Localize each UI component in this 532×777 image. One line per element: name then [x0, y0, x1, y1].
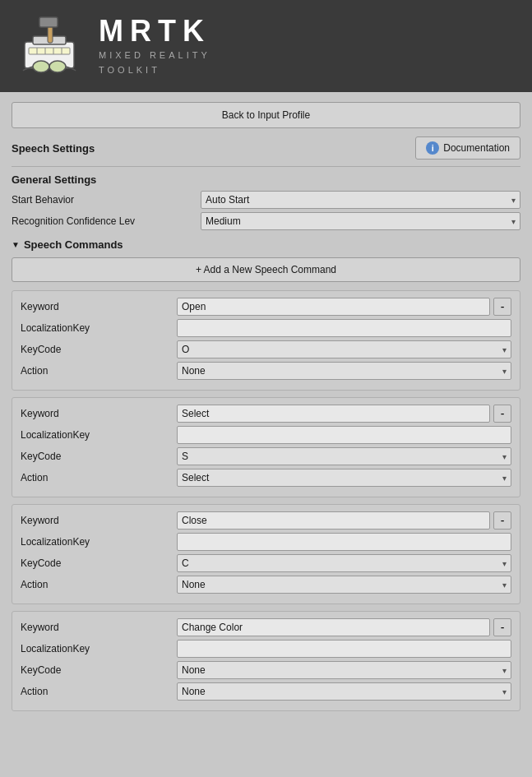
keycode-select-1[interactable]: None O A B C S: [177, 340, 511, 358]
keycode-label-3: KeyCode: [21, 557, 177, 569]
svg-rect-12: [49, 64, 50, 69]
keycode-row-3: KeyCode None O A B C S: [21, 554, 511, 572]
keyword-row-2: Keyword -: [21, 405, 511, 423]
keyword-label-3: Keyword: [21, 515, 177, 526]
localization-key-input-3[interactable]: [177, 533, 511, 551]
recognition-confidence-select[interactable]: Low Medium High: [201, 212, 520, 230]
svg-point-10: [49, 61, 66, 72]
localization-key-label-1: LocalizationKey: [21, 322, 177, 334]
action-label-2: Action: [21, 472, 177, 483]
action-label-4: Action: [21, 686, 177, 697]
action-select-wrapper-1: None Select Menu Grip Pointer: [177, 362, 511, 380]
keycode-row-2: KeyCode None O A B C S: [21, 447, 511, 465]
documentation-button[interactable]: i Documentation: [415, 136, 520, 160]
info-icon: i: [426, 141, 439, 155]
keyword-row-3: Keyword -: [21, 511, 511, 530]
keyword-row-1: Keyword -: [21, 298, 511, 316]
recognition-confidence-row: Recognition Confidence Lev Low Medium Hi…: [12, 212, 520, 230]
localization-key-row-2: LocalizationKey: [21, 426, 511, 444]
brand-subtitle-line1: MIXED REALITY: [99, 49, 210, 63]
command-card-select: Keyword - LocalizationKey KeyCode None O…: [12, 397, 520, 497]
keycode-select-2[interactable]: None O A B C S: [177, 447, 511, 465]
action-select-2[interactable]: None Select Menu Grip Pointer: [177, 469, 511, 487]
action-label-1: Action: [21, 365, 177, 377]
svg-point-9: [33, 61, 49, 72]
add-speech-command-button[interactable]: + Add a New Speech Command: [12, 257, 520, 282]
start-behavior-row: Start Behavior Auto Start Manual Start: [12, 191, 520, 209]
svg-rect-4: [29, 48, 70, 54]
recognition-confidence-select-wrapper: Low Medium High: [201, 212, 520, 230]
action-select-1[interactable]: None Select Menu Grip Pointer: [177, 362, 511, 380]
keyword-label-1: Keyword: [21, 301, 177, 312]
start-behavior-select[interactable]: Auto Start Manual Start: [201, 191, 520, 209]
brand-title: MRTK: [99, 14, 210, 49]
start-behavior-label: Start Behavior: [12, 194, 201, 206]
action-row-2: Action None Select Menu Grip Pointer: [21, 469, 511, 487]
command-card-open: Keyword - LocalizationKey KeyCode None O…: [12, 290, 520, 391]
divider-1: [12, 166, 520, 167]
localization-key-row-1: LocalizationKey: [21, 319, 511, 337]
documentation-label: Documentation: [443, 142, 510, 154]
speech-settings-title: Speech Settings: [12, 142, 95, 155]
keyword-label-4: Keyword: [21, 622, 177, 633]
collapse-triangle-icon[interactable]: ▼: [12, 240, 20, 249]
keycode-row-4: KeyCode None O A B C S: [21, 661, 511, 679]
action-select-4[interactable]: None Select Menu Grip Pointer: [177, 682, 511, 701]
remove-button-3[interactable]: -: [493, 511, 511, 530]
action-row-3: Action None Select Menu Grip Pointer: [21, 576, 511, 594]
keycode-row-1: KeyCode None O A B C S: [21, 340, 511, 358]
action-select-wrapper-3: None Select Menu Grip Pointer: [177, 576, 511, 594]
command-card-change-color: Keyword - LocalizationKey KeyCode None O…: [12, 611, 520, 711]
keycode-select-wrapper-3: None O A B C S: [177, 554, 511, 572]
main-content: Back to Input Profile Speech Settings i …: [0, 92, 532, 728]
brand-text: MRTK MIXED REALITY TOOLKIT: [99, 14, 210, 77]
brand-subtitle-line2: TOOLKIT: [99, 63, 210, 78]
remove-button-4[interactable]: -: [493, 618, 511, 636]
localization-key-row-4: LocalizationKey: [21, 640, 511, 658]
keyword-input-2[interactable]: [177, 405, 490, 423]
keycode-select-wrapper-1: None O A B C S: [177, 340, 511, 358]
action-select-wrapper-4: None Select Menu Grip Pointer: [177, 682, 511, 701]
action-label-3: Action: [21, 579, 177, 590]
action-row-1: Action None Select Menu Grip Pointer: [21, 362, 511, 380]
keycode-label-2: KeyCode: [21, 451, 177, 462]
localization-key-input-2[interactable]: [177, 426, 511, 444]
speech-commands-title: Speech Commands: [24, 238, 123, 251]
keyword-label-2: Keyword: [21, 408, 177, 419]
command-card-close: Keyword - LocalizationKey KeyCode None O…: [12, 504, 520, 604]
keycode-select-4[interactable]: None O A B C S: [177, 661, 511, 679]
general-settings-title: General Settings: [12, 173, 520, 186]
keyword-input-1[interactable]: [177, 298, 490, 316]
keycode-select-wrapper-4: None O A B C S: [177, 661, 511, 679]
localization-key-input-1[interactable]: [177, 319, 511, 337]
keyword-input-4[interactable]: [177, 618, 490, 636]
keycode-label-4: KeyCode: [21, 664, 177, 676]
speech-commands-section: ▼ Speech Commands + Add a New Speech Com…: [12, 238, 520, 711]
localization-key-label-2: LocalizationKey: [21, 429, 177, 441]
action-select-3[interactable]: None Select Menu Grip Pointer: [177, 576, 511, 594]
localization-key-input-4[interactable]: [177, 640, 511, 658]
action-row-4: Action None Select Menu Grip Pointer: [21, 682, 511, 701]
logo: [16, 13, 82, 79]
keyword-input-3[interactable]: [177, 511, 490, 530]
keycode-select-3[interactable]: None O A B C S: [177, 554, 511, 572]
remove-button-1[interactable]: -: [493, 298, 511, 316]
start-behavior-select-wrapper: Auto Start Manual Start: [201, 191, 520, 209]
keycode-label-1: KeyCode: [21, 344, 177, 355]
app-header: MRTK MIXED REALITY TOOLKIT: [0, 0, 532, 92]
svg-rect-3: [39, 17, 58, 27]
speech-commands-title-row: ▼ Speech Commands: [12, 238, 520, 251]
speech-settings-header: Speech Settings i Documentation: [12, 136, 520, 160]
localization-key-label-3: LocalizationKey: [21, 536, 177, 548]
keyword-row-4: Keyword -: [21, 618, 511, 636]
recognition-confidence-label: Recognition Confidence Lev: [12, 215, 201, 227]
back-to-input-profile-button[interactable]: Back to Input Profile: [12, 102, 520, 128]
remove-button-2[interactable]: -: [493, 405, 511, 423]
action-select-wrapper-2: None Select Menu Grip Pointer: [177, 469, 511, 487]
localization-key-row-3: LocalizationKey: [21, 533, 511, 551]
keycode-select-wrapper-2: None O A B C S: [177, 447, 511, 465]
localization-key-label-4: LocalizationKey: [21, 643, 177, 654]
